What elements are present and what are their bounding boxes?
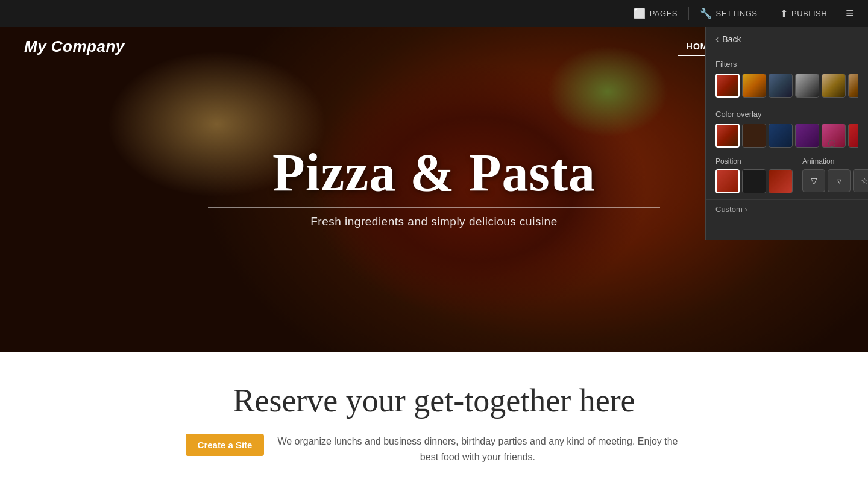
back-arrow-icon: ‹ — [715, 34, 719, 45]
color-overlay-thumbnails: › — [715, 124, 858, 148]
pages-icon: ⬜ — [634, 8, 646, 19]
animation-title: Animation — [802, 157, 868, 166]
overlay-blue — [769, 124, 792, 147]
filter-vintage — [849, 74, 858, 97]
overlay-thumb-5[interactable] — [822, 124, 846, 148]
down-triangle-icon: ▽ — [811, 176, 817, 186]
color-overlay-section: Color overlay › — [706, 102, 868, 152]
animation-button-2[interactable]: ▿ — [828, 169, 851, 192]
pages-label: PAGES — [650, 9, 678, 18]
topbar: ⬜ PAGES 🔧 SETTINGS ⬆ PUBLISH ≡ — [0, 0, 868, 27]
overlay-dark — [743, 124, 766, 147]
position-thumb-1[interactable] — [715, 169, 740, 193]
overlay-thumb-1[interactable] — [715, 124, 740, 148]
position-thumb-3[interactable] — [769, 169, 793, 193]
overlay-thumb-2[interactable] — [742, 124, 766, 148]
reserve-title: Reserve your get-together here — [24, 382, 844, 419]
animation-button-1[interactable]: ▽ — [802, 169, 825, 192]
overlay-thumb-3[interactable] — [769, 124, 793, 148]
settings-label: SETTINGS — [716, 9, 758, 18]
filters-thumbnails — [715, 74, 858, 98]
color-overlay-title: Color overlay — [715, 110, 858, 119]
filter-thumb-2[interactable] — [742, 74, 766, 98]
filters-title: Filters — [715, 60, 858, 69]
position-section: Position — [715, 157, 793, 193]
back-label: Back — [722, 34, 741, 44]
settings-icon: 🔧 — [700, 8, 712, 19]
settings-button[interactable]: 🔧 SETTINGS — [691, 4, 766, 23]
publish-label: PUBLISH — [791, 9, 827, 18]
custom-link[interactable]: Custom › — [715, 205, 747, 214]
overlay-red — [849, 124, 858, 147]
hero-title: Pizza & Pasta — [193, 146, 675, 199]
overlay-thumb-6[interactable] — [848, 124, 858, 148]
position-option-1 — [717, 170, 738, 192]
filters-section: Filters — [706, 52, 868, 102]
animation-button-3[interactable]: ☆ — [853, 169, 868, 192]
pages-button[interactable]: ⬜ PAGES — [625, 4, 686, 23]
filter-cool — [769, 74, 792, 97]
hero-subtitle: Fresh ingredients and simply delicious c… — [193, 215, 675, 228]
overlay-none — [717, 125, 738, 146]
filter-thumb-3[interactable] — [769, 74, 793, 98]
animation-section: Animation ▽ ▿ ☆ — [802, 157, 868, 193]
filter-warm — [743, 74, 766, 97]
down-outline-icon: ▿ — [837, 176, 841, 186]
filter-thumb-5[interactable] — [822, 74, 846, 98]
filter-normal — [717, 75, 738, 96]
topbar-divider-3 — [838, 7, 838, 20]
position-option-3 — [769, 170, 792, 193]
hamburger-menu-icon[interactable]: ≡ — [841, 5, 858, 21]
create-site-button[interactable]: Create a Site — [186, 434, 265, 456]
hero-content: Pizza & Pasta Fresh ingredients and simp… — [193, 146, 675, 228]
custom-row: Custom › — [706, 199, 868, 222]
cta-row: Create a Site We organize lunchs and bus… — [24, 434, 844, 465]
publish-button[interactable]: ⬆ PUBLISH — [772, 4, 836, 23]
overlay-thumb-4[interactable] — [795, 124, 819, 148]
right-panel: ‹ Back Filters Color — [705, 27, 868, 240]
below-description: We organize lunchs and business dinners,… — [272, 434, 682, 465]
hero-divider — [208, 207, 660, 208]
custom-label: Custom — [715, 205, 743, 214]
filter-sepia — [822, 74, 845, 97]
custom-arrow-icon: › — [744, 205, 747, 214]
filter-thumb-4[interactable] — [795, 74, 819, 98]
below-hero-section: Reserve your get-together here Create a … — [0, 352, 868, 483]
position-title: Position — [715, 157, 793, 166]
filter-thumb-6[interactable] — [848, 74, 858, 98]
position-animation-row: Position Animation ▽ ▿ — [706, 152, 868, 199]
star-icon: ☆ — [861, 176, 869, 186]
topbar-divider-2 — [769, 7, 769, 20]
overlay-purple — [796, 124, 819, 147]
topbar-divider-1 — [688, 7, 689, 20]
filter-bw — [796, 74, 819, 97]
publish-icon: ⬆ — [780, 8, 788, 19]
position-option-2 — [743, 170, 766, 193]
filter-thumb-1[interactable] — [715, 74, 740, 98]
animation-buttons: ▽ ▿ ☆ — [802, 169, 868, 192]
overlay-pink — [822, 124, 845, 147]
position-thumbnails — [715, 169, 793, 193]
site-title: My Company — [24, 37, 125, 56]
position-thumb-2[interactable] — [742, 169, 766, 193]
panel-back-button[interactable]: ‹ Back — [706, 27, 868, 52]
